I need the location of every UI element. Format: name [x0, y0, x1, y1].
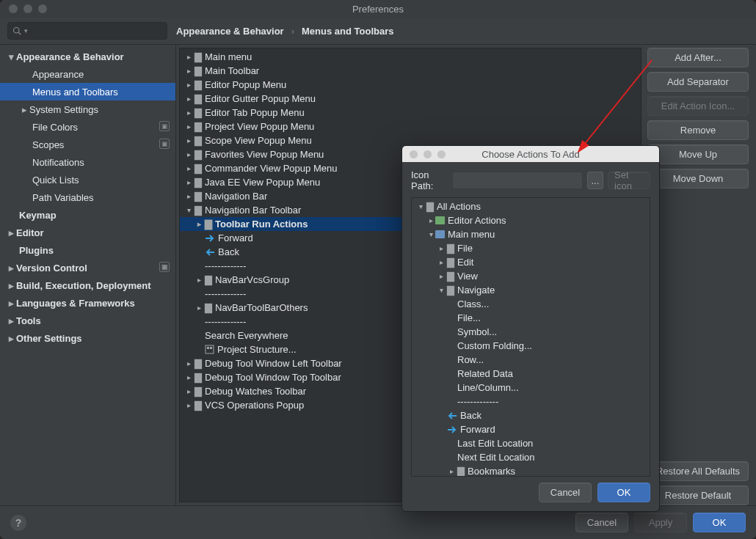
tree-row[interactable]: Row... — [412, 353, 650, 367]
sidebar-plugins[interactable]: Plugins — [0, 241, 175, 259]
chevron-right-icon: › — [291, 26, 294, 37]
help-button[interactable]: ? — [10, 515, 26, 531]
project-scope-icon: ▣ — [159, 121, 170, 131]
folder-icon: ▇ — [195, 107, 202, 118]
tree-row[interactable]: Class... — [412, 297, 650, 311]
folder-icon: ▇ — [457, 466, 465, 477]
dialog-titlebar: Choose Actions To Add — [402, 146, 659, 162]
dialog-ok-button[interactable]: OK — [597, 483, 650, 502]
sidebar-languages[interactable]: ▸Languages & Frameworks — [0, 294, 175, 312]
tree-row[interactable]: ▾▇Navigate — [412, 283, 650, 297]
sidebar-quick-lists[interactable]: Quick Lists — [0, 171, 175, 188]
sidebar-appearance[interactable]: Appearance — [0, 65, 175, 83]
tree-row[interactable]: ▸▇Edit — [412, 255, 650, 269]
folder-icon: ▇ — [195, 135, 202, 146]
tree-row[interactable]: Related Data — [412, 367, 650, 381]
tree-separator[interactable]: ------------- — [412, 395, 650, 408]
svg-rect-4 — [210, 347, 212, 349]
folder-icon: ▇ — [195, 386, 202, 397]
tree-row[interactable]: Forward — [412, 422, 650, 436]
svg-rect-2 — [206, 345, 214, 353]
tree-row[interactable]: ▸▇Bookmarks — [412, 464, 650, 477]
tree-row[interactable]: ▸▇File — [412, 241, 650, 255]
tree-row[interactable]: ▾▇All Actions — [412, 199, 650, 213]
tree-row[interactable]: Back — [412, 408, 650, 422]
actions-tree[interactable]: ▾▇All Actions ▸Editor Actions ▾Main menu… — [411, 197, 650, 477]
set-icon-button[interactable]: Set icon — [608, 172, 650, 189]
sidebar-appearance-behavior[interactable]: ▾Appearance & Behavior — [0, 48, 175, 65]
svg-rect-6 — [435, 230, 445, 238]
breadcrumb-root[interactable]: Appearance & Behavior — [176, 26, 284, 37]
tree-row[interactable]: ▸▇Editor Tab Popup Menu — [180, 106, 641, 120]
folder-icon: ▇ — [447, 285, 454, 296]
icon-path-label: Icon Path: — [411, 169, 448, 191]
tree-row[interactable]: ▸Editor Actions — [412, 213, 650, 227]
window-title: Preferences — [0, 4, 756, 15]
side-buttons: Add After... Add Separator Edit Action I… — [647, 45, 756, 505]
sidebar-tools[interactable]: ▸Tools — [0, 312, 175, 329]
folder-icon: ▇ — [195, 51, 202, 62]
folder-icon: ▇ — [447, 243, 454, 254]
preferences-window: Preferences ▾ Appearance & Behavior › Me… — [0, 0, 756, 539]
tree-row[interactable]: ▾Main menu — [412, 227, 650, 241]
tree-row[interactable]: File... — [412, 311, 650, 325]
back-arrow-icon — [205, 248, 215, 257]
cancel-button[interactable]: Cancel — [575, 513, 628, 532]
ok-button[interactable]: OK — [693, 513, 746, 532]
apply-button[interactable]: Apply — [634, 513, 687, 532]
move-down-button[interactable]: Move Down — [647, 169, 749, 188]
sidebar-keymap[interactable]: Keymap — [0, 206, 175, 224]
tree-row[interactable]: ▸▇Editor Gutter Popup Menu — [180, 92, 641, 106]
svg-rect-3 — [207, 347, 209, 349]
search-icon — [12, 26, 21, 35]
folder-icon: ▇ — [195, 358, 202, 369]
folder-icon: ▇ — [195, 372, 202, 383]
browse-button[interactable]: ... — [587, 172, 603, 189]
sidebar-scopes[interactable]: Scopes▣ — [0, 136, 175, 153]
svg-rect-5 — [435, 216, 445, 224]
sidebar-editor[interactable]: ▸Editor — [0, 224, 175, 241]
folder-icon: ▇ — [195, 79, 202, 90]
sidebar-menus-toolbars[interactable]: Menus and Toolbars — [0, 83, 175, 100]
add-after-button[interactable]: Add After... — [647, 48, 749, 67]
titlebar: Preferences — [0, 0, 756, 18]
back-arrow-icon — [447, 411, 457, 420]
sidebar-version-control[interactable]: ▸Version Control▣ — [0, 259, 175, 276]
dialog-footer: Cancel OK — [402, 483, 659, 511]
tree-row[interactable]: ▸▇Main menu — [180, 50, 641, 64]
tree-row[interactable]: Last Edit Location — [412, 436, 650, 450]
dialog-cancel-button[interactable]: Cancel — [539, 483, 592, 502]
restore-all-defaults-button[interactable]: Restore All Defaults — [647, 461, 749, 481]
folder-icon: ▇ — [426, 201, 434, 212]
folder-icon: ▇ — [205, 302, 212, 313]
sidebar-other[interactable]: ▸Other Settings — [0, 329, 175, 347]
tree-row[interactable]: ▸▇Project View Popup Menu — [180, 120, 641, 133]
tree-row[interactable]: ▸▇Main Toolbar — [180, 64, 641, 78]
tree-row[interactable]: Next Edit Location — [412, 450, 650, 464]
sidebar-build[interactable]: ▸Build, Execution, Deployment — [0, 276, 175, 294]
sidebar-notifications[interactable]: Notifications — [0, 153, 175, 171]
remove-button[interactable]: Remove — [647, 120, 749, 140]
move-up-button[interactable]: Move Up — [647, 144, 749, 164]
tree-row[interactable]: ▸▇Editor Popup Menu — [180, 78, 641, 92]
edit-action-icon-button[interactable]: Edit Action Icon... — [647, 96, 749, 116]
dropdown-caret-icon[interactable]: ▾ — [24, 27, 28, 34]
tree-row[interactable]: Custom Folding... — [412, 339, 650, 353]
folder-icon: ▇ — [195, 65, 202, 76]
tree-row[interactable]: Symbol... — [412, 325, 650, 339]
add-separator-button[interactable]: Add Separator — [647, 72, 749, 92]
sidebar-system-settings[interactable]: ▸System Settings — [0, 100, 175, 118]
forward-arrow-icon — [447, 425, 457, 434]
tree-row[interactable]: ▸▇View — [412, 269, 650, 283]
forward-arrow-icon — [205, 234, 215, 243]
restore-default-button[interactable]: Restore Default — [647, 485, 749, 505]
search-input[interactable]: ▾ — [7, 22, 167, 40]
sidebar-path-variables[interactable]: Path Variables — [0, 188, 175, 206]
folder-icon: ▇ — [195, 163, 202, 174]
editor-actions-icon — [435, 216, 445, 224]
tree-row[interactable]: Line/Column... — [412, 381, 650, 395]
choose-actions-dialog: Choose Actions To Add Icon Path: ... Set… — [401, 145, 660, 512]
icon-path-input[interactable] — [452, 172, 583, 189]
sidebar-file-colors[interactable]: File Colors▣ — [0, 118, 175, 136]
folder-icon: ▇ — [195, 121, 202, 132]
